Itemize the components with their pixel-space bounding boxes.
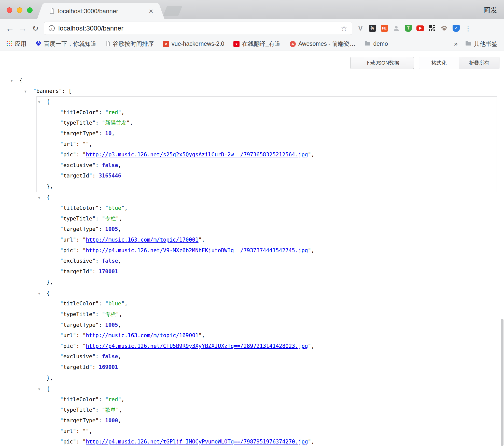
json-line: "titleColor": "blue",: [37, 203, 497, 214]
json-key: "typeTitle": [60, 120, 95, 126]
bookmark-label: 谷歌按时间排序: [113, 40, 154, 48]
forward-button: →: [16, 22, 29, 35]
awesomes-icon: A: [290, 41, 296, 47]
json-key: "targetType": [60, 226, 99, 232]
qr-code-extension-icon[interactable]: [428, 24, 436, 32]
json-toolbar: 下载JSON数据 格式化 折叠所有: [351, 57, 499, 69]
bookmark-item-google-sort[interactable]: 谷歌按时间排序: [106, 40, 154, 48]
json-line: "pic": "http://p4.music.126.net/tGPljf-I…: [37, 437, 497, 446]
page-favicon-icon: [49, 8, 54, 15]
json-key: "targetId": [60, 269, 92, 275]
profile-name[interactable]: 阿发: [484, 6, 497, 15]
tab-close-icon[interactable]: ×: [149, 7, 153, 15]
json-url-link[interactable]: http://p3.music.126.net/s25q2x5QyqsAzilC…: [86, 152, 308, 158]
format-button[interactable]: 格式化: [419, 57, 459, 69]
browser-menu-icon[interactable]: ⋮: [464, 24, 472, 32]
apps-shortcut[interactable]: 应用: [7, 40, 26, 48]
shield-check-glyph: ✓: [453, 25, 460, 32]
json-key: "targetType": [60, 418, 99, 424]
vimium-extension-icon[interactable]: V: [356, 24, 365, 32]
new-tab-button[interactable]: [163, 6, 182, 16]
back-button[interactable]: ←: [4, 22, 16, 35]
collapse-all-button[interactable]: 折叠所有: [459, 57, 499, 69]
bookmark-label: Awesomes - 前端资…: [298, 40, 356, 48]
json-line: "url": "",: [37, 426, 497, 437]
youtube-extension-icon[interactable]: [416, 24, 424, 32]
window-minimize-button[interactable]: [17, 7, 22, 13]
other-bookmarks-label: 其他书签: [474, 40, 497, 48]
bookmarks-overflow-chevron[interactable]: »: [454, 40, 458, 48]
bookmark-item-awesomes[interactable]: A Awesomes - 前端资…: [290, 40, 356, 48]
json-url-link[interactable]: http://p4.music.126.net/CTU5B9R9y3XyYBZX…: [86, 343, 308, 349]
json-url-link[interactable]: http://p4.music.126.net/V9-MXz6b2MNhEKju…: [86, 247, 308, 254]
json-line: },: [37, 181, 497, 192]
collapse-caret-icon[interactable]: ▼: [38, 97, 40, 108]
window-titlebar: localhost:3000/banner × 阿发: [0, 0, 504, 19]
json-line: },: [37, 373, 497, 383]
bookmark-item-baidu[interactable]: 百度一下，你就知道: [36, 40, 96, 48]
json-string-value: blue: [108, 205, 121, 211]
collapse-caret-icon[interactable]: ▼: [38, 193, 40, 203]
json-line: ▼{: [37, 97, 497, 107]
scrollbar-thumb[interactable]: [501, 319, 503, 446]
site-info-icon[interactable]: i: [49, 25, 55, 31]
address-bar[interactable]: i localhost:3000/banner ☆: [44, 22, 352, 35]
json-string-value: red: [108, 109, 118, 115]
json-line: "typeTitle": "歌单",: [37, 405, 497, 415]
json-line: "titleColor": "red",: [37, 107, 497, 118]
bookmark-item-youdao[interactable]: Y 在线翻译_有道: [233, 40, 281, 48]
json-line: "titleColor": "blue",: [37, 299, 497, 309]
browser-tab[interactable]: localhost:3000/banner ×: [44, 3, 158, 19]
json-number-value: 1005: [105, 226, 118, 232]
bookmark-label: demo: [373, 40, 388, 47]
shield-check-extension-icon[interactable]: ✓: [452, 24, 460, 32]
json-url-link[interactable]: http://p4.music.126.net/tGPljf-IMOCyPvum…: [86, 439, 308, 445]
json-string-value: 专栏: [105, 311, 116, 317]
shield-t-glyph: T: [405, 25, 412, 32]
json-line: "targetId": 3165446: [37, 171, 497, 181]
json-key: "pic": [60, 152, 76, 158]
collapse-caret-icon[interactable]: ▼: [38, 288, 40, 299]
profile-extension-icon[interactable]: [392, 24, 400, 32]
json-line: "url": "http://music.163.com/m/topic/169…: [37, 330, 497, 341]
banner-object: ▼{"titleColor": "red","typeTitle": "歌单",…: [36, 383, 497, 446]
bookmark-star-icon[interactable]: ☆: [341, 24, 347, 33]
json-line: ▼{: [37, 288, 497, 299]
youtube-play-icon: [416, 25, 424, 31]
translator-extension-icon[interactable]: 英: [368, 24, 376, 32]
json-number-value: 10: [105, 130, 111, 137]
json-tree: ▼{▼"banners": [▼{"titleColor": "red","ty…: [0, 75, 504, 446]
json-key: "url": [60, 237, 76, 243]
fe-extension-icon[interactable]: FE: [380, 24, 388, 32]
collapse-caret-icon[interactable]: ▼: [11, 76, 13, 86]
window-close-button[interactable]: [7, 7, 12, 13]
json-line: "typeTitle": "新碟首发",: [37, 118, 497, 128]
json-key: "url": [60, 141, 76, 147]
json-key: "titleColor": [60, 109, 99, 115]
window-zoom-button[interactable]: [27, 7, 33, 13]
json-line: "url": "http://music.163.com/m/topic/170…: [37, 235, 497, 245]
collapse-caret-icon[interactable]: ▼: [38, 384, 40, 395]
banner-object: ▼{"titleColor": "red","typeTitle": "新碟首发…: [36, 96, 497, 192]
json-key: "typeTitle": [60, 216, 95, 222]
json-url-link[interactable]: http://music.163.com/m/topic/169001: [86, 332, 199, 338]
shield-t-extension-icon[interactable]: T: [404, 24, 412, 32]
other-bookmarks-folder[interactable]: 其他书签: [465, 40, 497, 48]
json-number-value: 3165446: [99, 173, 121, 179]
fe-glyph: FE: [381, 25, 388, 32]
bookmark-item-vue-hackernews[interactable]: V vue-hackernews-2.0: [163, 40, 224, 47]
json-key: "titleColor": [60, 205, 99, 211]
json-url-link[interactable]: http://music.163.com/m/topic/170001: [86, 237, 199, 243]
json-key: "url": [60, 332, 76, 338]
folder-icon: [365, 41, 371, 47]
collapse-caret-icon[interactable]: ▼: [24, 86, 26, 97]
json-line: ▼{: [0, 75, 504, 86]
bookmark-item-demo[interactable]: demo: [365, 40, 388, 47]
json-number-value: 169001: [99, 364, 118, 370]
reload-button[interactable]: ↻: [29, 22, 42, 35]
url-text[interactable]: localhost:3000/banner: [58, 24, 123, 32]
paw-extension-icon[interactable]: [440, 24, 448, 32]
json-key: "exclusive": [60, 162, 95, 168]
download-json-button[interactable]: 下载JSON数据: [351, 57, 414, 69]
tab-title: localhost:3000/banner: [58, 8, 146, 15]
